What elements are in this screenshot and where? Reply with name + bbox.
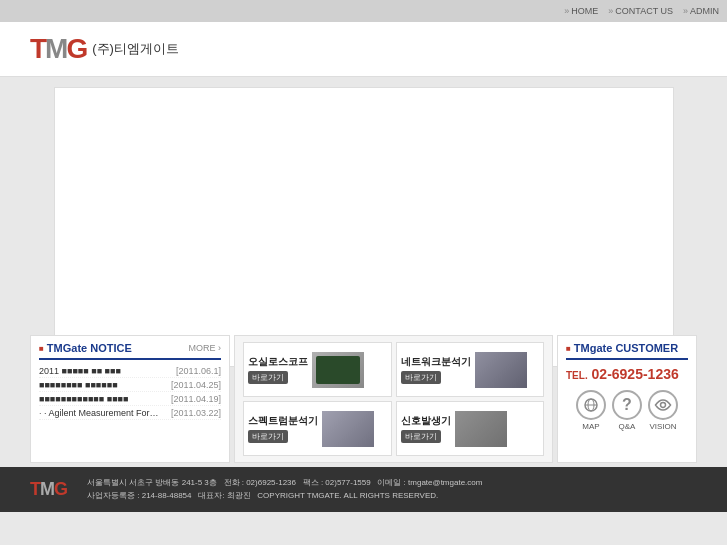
notice-item-3-text: ■■■■■■■■■■■■ ■■■■ (39, 394, 159, 404)
admin-nav-item[interactable]: ADMIN (683, 6, 719, 16)
qna-circle-icon: ? (612, 390, 642, 420)
home-nav-item[interactable]: HOME (564, 6, 598, 16)
qna-icon-button[interactable]: ? Q&A (612, 390, 642, 431)
product-signal-info: 신호발생기 바로가기 (401, 414, 451, 443)
footer-reg: 사업자등록증 : 214-88-48854 대표자: 최광진 COPYRIGHT… (87, 490, 482, 503)
notice-panel: TMGate NOTICE MORE › 2011 ■■■■■ ■■ ■■■ [… (30, 335, 230, 463)
vision-label: VISION (649, 422, 676, 431)
globe-svg (583, 397, 599, 413)
product-signal-link[interactable]: 바로가기 (401, 430, 441, 443)
qna-label: Q&A (619, 422, 636, 431)
product-oscilloscope[interactable]: 오실로스코프 바로가기 (243, 342, 392, 397)
notice-title: TMGate NOTICE (39, 342, 132, 354)
notice-item-4[interactable]: · Agilent Measurement Forum 2011 ■■... [… (39, 406, 221, 420)
main-content: TMGate NOTICE MORE › 2011 ■■■■■ ■■ ■■■ [… (0, 77, 727, 467)
product-signal[interactable]: 신호발생기 바로가기 (396, 401, 545, 456)
notice-panel-header: TMGate NOTICE MORE › (39, 342, 221, 360)
phone-prefix: TEL. (566, 370, 588, 381)
products-grid: 오실로스코프 바로가기 네트워크분석기 바로가기 스펙트럼분석기 바로가기 (243, 342, 544, 456)
svg-point-3 (661, 403, 666, 408)
customer-icons: MAP ? Q&A VISION (566, 390, 688, 431)
footer-address: 서울특별시 서초구 방배동 241-5 3층 전화 : 02)6925-1236… (87, 477, 482, 490)
contact-nav-item[interactable]: CONTACT US (608, 6, 673, 16)
product-oscilloscope-info: 오실로스코프 바로가기 (248, 355, 308, 384)
customer-title: TMgate CUSTOMER (566, 342, 688, 360)
footer-info: 서울특별시 서초구 방배동 241-5 3층 전화 : 02)6925-1236… (87, 477, 482, 503)
notice-item-2-text: ■■■■■■■■ ■■■■■■ (39, 380, 159, 390)
home-nav-label: HOME (571, 6, 598, 16)
notice-item-4-date: [2011.03.22] (171, 408, 221, 418)
company-name: (주)티엠게이트 (92, 40, 179, 58)
product-signal-image (455, 411, 507, 447)
notice-item-1-text: 2011 ■■■■■ ■■ ■■■ (39, 366, 159, 376)
vision-icon-button[interactable]: VISION (648, 390, 678, 431)
notice-item-3[interactable]: ■■■■■■■■■■■■ ■■■■ [2011.04.19] (39, 392, 221, 406)
product-oscilloscope-image (312, 352, 364, 388)
product-network-image (475, 352, 527, 388)
notice-more-button[interactable]: MORE › (189, 343, 222, 353)
customer-phone: TEL. 02-6925-1236 (566, 366, 688, 382)
logo[interactable]: TMG (주)티엠게이트 (30, 35, 179, 63)
notice-item-1-date: [2011.06.1] (176, 366, 221, 376)
notice-list: 2011 ■■■■■ ■■ ■■■ [2011.06.1] ■■■■■■■■ ■… (39, 364, 221, 420)
bottom-panels: TMGate NOTICE MORE › 2011 ■■■■■ ■■ ■■■ [… (0, 335, 727, 467)
footer-logo: TMG (30, 479, 67, 500)
notice-item-2-date: [2011.04.25] (171, 380, 221, 390)
product-oscilloscope-name: 오실로스코프 (248, 355, 308, 369)
customer-panel: TMgate CUSTOMER TEL. 02-6925-1236 MAP (557, 335, 697, 463)
notice-item-1[interactable]: 2011 ■■■■■ ■■ ■■■ [2011.06.1] (39, 364, 221, 378)
notice-item-3-date: [2011.04.19] (171, 394, 221, 404)
map-circle-icon (576, 390, 606, 420)
map-icon-button[interactable]: MAP (576, 390, 606, 431)
product-network-link[interactable]: 바로가기 (401, 371, 441, 384)
product-spectrum-info: 스펙트럼분석기 바로가기 (248, 414, 318, 443)
product-spectrum-image (322, 411, 374, 447)
notice-item-2[interactable]: ■■■■■■■■ ■■■■■■ [2011.04.25] (39, 378, 221, 392)
contact-nav-label: CONTACT US (615, 6, 673, 16)
product-spectrum-link[interactable]: 바로가기 (248, 430, 288, 443)
hero-area (54, 87, 674, 367)
products-panel: 오실로스코프 바로가기 네트워크분석기 바로가기 스펙트럼분석기 바로가기 (234, 335, 553, 463)
admin-nav-label: ADMIN (690, 6, 719, 16)
vision-svg (654, 398, 672, 412)
product-network-name: 네트워크분석기 (401, 355, 471, 369)
top-navigation: HOME CONTACT US ADMIN (0, 0, 727, 22)
header: TMG (주)티엠게이트 (0, 22, 727, 77)
product-signal-name: 신호발생기 (401, 414, 451, 428)
product-spectrum[interactable]: 스펙트럼분석기 바로가기 (243, 401, 392, 456)
product-spectrum-name: 스펙트럼분석기 (248, 414, 318, 428)
product-oscilloscope-link[interactable]: 바로가기 (248, 371, 288, 384)
logo-mark: TMG (30, 35, 86, 63)
product-network[interactable]: 네트워크분석기 바로가기 (396, 342, 545, 397)
map-label: MAP (582, 422, 599, 431)
notice-item-4-text: · Agilent Measurement Forum 2011 ■■... (39, 408, 159, 418)
product-network-info: 네트워크분석기 바로가기 (401, 355, 471, 384)
footer: TMG 서울특별시 서초구 방배동 241-5 3층 전화 : 02)6925-… (0, 467, 727, 512)
vision-circle-icon (648, 390, 678, 420)
phone-number-value: 02-6925-1236 (592, 366, 679, 382)
